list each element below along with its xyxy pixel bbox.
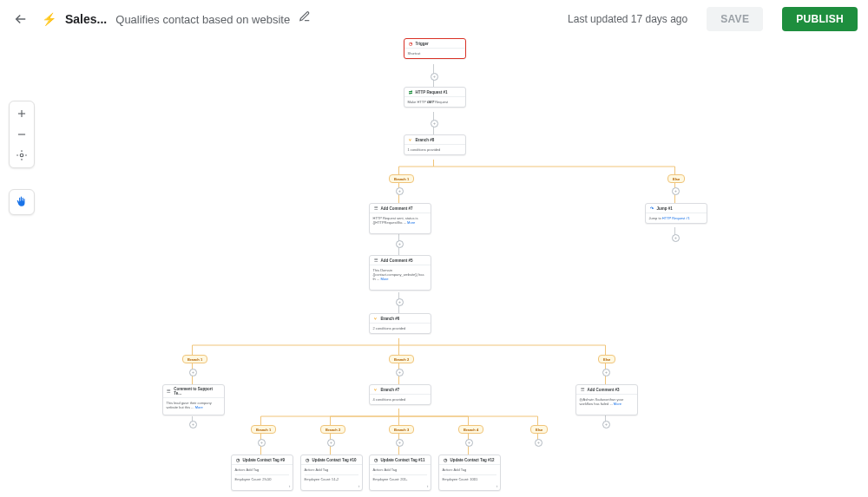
tag-icon: ◷ — [373, 457, 378, 462]
node-branch-6[interactable]: ⑂Branch #6 2 conditions provided — [369, 313, 431, 334]
branch-icon: ⑂ — [373, 387, 378, 392]
add-step-button[interactable] — [258, 439, 266, 447]
node-branch-7[interactable]: ⑂Branch #7 4 conditions provided — [369, 384, 431, 405]
node-update-contact-tag-11[interactable]: ◷Update Contact Tag #11 Action: Add TagE… — [369, 454, 431, 491]
zoom-in-button[interactable] — [13, 105, 30, 122]
node-body: Action: Add TagEmployee Count: 51-2 — [301, 464, 362, 484]
chevron-right-icon: › — [358, 483, 360, 488]
node-body: Action: Add TagEmployee Count: 29-50 — [232, 464, 293, 484]
node-title: Comment to Support Te... — [174, 387, 220, 396]
comment-icon: ☰ — [373, 258, 378, 263]
node-trigger[interactable]: ◷Trigger Shortcut — [404, 38, 466, 59]
node-title: Add Comment #5 — [381, 258, 413, 263]
jump-icon: ↷ — [649, 206, 654, 211]
canvas-toolbox — [9, 101, 35, 168]
add-step-button[interactable] — [672, 187, 680, 195]
node-update-contact-tag-12[interactable]: ◷Update Contact Tag #12 Action: Add TagE… — [438, 454, 501, 491]
node-support-comment[interactable]: ☰Comment to Support Te... This lead gave… — [162, 384, 225, 415]
branch-pill-b6-2[interactable]: Branch 2 — [389, 355, 414, 363]
save-button[interactable]: SAVE — [707, 7, 763, 31]
node-branch-8[interactable]: ⑂Branch #8 1 conditions provided — [404, 134, 466, 155]
node-title: Update Contact Tag #12 — [450, 458, 495, 462]
node-update-contact-tag-10[interactable]: ◷Update Contact Tag #10 Action: Add TagE… — [300, 454, 363, 491]
workflow-emoji: ⚡ — [42, 12, 56, 26]
node-body: 4 conditions provided — [370, 394, 431, 404]
workflow-canvas[interactable]: ◷Trigger Shortcut ⇄HTTP Request #1 Make … — [0, 38, 868, 497]
node-title: HTTP Request #1 — [416, 90, 448, 95]
node-title: Branch #6 — [381, 317, 400, 321]
add-step-button[interactable] — [396, 298, 404, 306]
publish-button[interactable]: PUBLISH — [782, 7, 858, 31]
node-body: Jump to HTTP Request #1 — [646, 213, 707, 223]
chevron-right-icon: › — [496, 483, 498, 488]
branch-pill-b7-else[interactable]: Else — [530, 425, 548, 434]
add-step-button[interactable] — [602, 421, 610, 428]
node-title: Branch #8 — [416, 138, 435, 142]
add-step-button[interactable] — [327, 439, 335, 447]
edit-name-button[interactable] — [299, 10, 316, 28]
add-step-button[interactable] — [189, 369, 197, 376]
branch-pill-b8-1[interactable]: Branch 1 — [389, 174, 414, 183]
branch-pill-b8-else[interactable]: Else — [667, 174, 685, 183]
node-body: @Ashwin Sadananthan your workflow has fa… — [576, 394, 637, 409]
last-updated-text: Last updated 17 days ago — [568, 13, 687, 25]
fit-view-button[interactable] — [13, 147, 30, 164]
node-http-request-1[interactable]: ⇄HTTP Request #1 Make HTTP GET Request — [404, 87, 466, 108]
node-body: Action: Add TagEmployee Count: 1001 — [439, 464, 500, 484]
node-body: Shortcut — [404, 48, 465, 58]
branch-icon: ⑂ — [373, 316, 378, 321]
node-title: Jump #1 — [657, 206, 673, 211]
add-step-button[interactable] — [672, 234, 680, 242]
workflow-name: Sales... — [65, 12, 107, 26]
node-title: Update Contact Tag #10 — [312, 458, 357, 462]
node-body: 1 conditions provided — [404, 144, 465, 154]
add-step-button[interactable] — [431, 120, 438, 128]
branch-pill-b7-4[interactable]: Branch 4 — [458, 425, 483, 434]
branch-pill-b6-else[interactable]: Else — [598, 355, 615, 363]
node-body: This Domain {{contact.company_website}} … — [370, 265, 431, 284]
pan-tool-button[interactable] — [9, 189, 35, 215]
node-title: Add Comment #7 — [381, 206, 413, 211]
add-step-button[interactable] — [465, 439, 473, 447]
chevron-right-icon: › — [427, 483, 429, 488]
node-update-contact-tag-9[interactable]: ◷Update Contact Tag #9 Action: Add TagEm… — [231, 454, 293, 491]
add-step-button[interactable] — [396, 439, 404, 447]
chevron-right-icon: › — [289, 483, 291, 488]
branch-pill-b7-3[interactable]: Branch 3 — [389, 425, 414, 434]
back-button[interactable] — [10, 9, 31, 29]
comment-icon: ☰ — [373, 206, 378, 211]
node-title: Trigger — [416, 42, 429, 46]
branch-pill-b7-1[interactable]: Branch 1 — [251, 425, 276, 434]
http-icon: ⇄ — [408, 89, 413, 95]
tag-icon: ◷ — [443, 457, 448, 462]
workflow-subtitle: Qualifies contact based on website — [115, 13, 290, 26]
add-step-button[interactable] — [396, 369, 404, 376]
zoom-out-button[interactable] — [13, 126, 30, 143]
node-title: Update Contact Tag #9 — [243, 458, 285, 462]
trigger-icon: ◷ — [408, 41, 413, 46]
node-body: 2 conditions provided — [370, 323, 431, 333]
branch-pill-b6-1[interactable]: Branch 1 — [182, 355, 207, 363]
node-body: This lead gave their company website but… — [163, 397, 224, 412]
node-jump-1[interactable]: ↷Jump #1 Jump to HTTP Request #1 — [645, 203, 707, 224]
add-step-button[interactable] — [535, 439, 542, 447]
branch-pill-b7-2[interactable]: Branch 2 — [320, 425, 345, 434]
add-step-button[interactable] — [396, 187, 404, 195]
comment-icon: ☰ — [580, 387, 585, 392]
svg-point-0 — [20, 154, 23, 157]
node-title: Update Contact Tag #11 — [381, 458, 425, 462]
branch-icon: ⑂ — [408, 137, 413, 142]
add-step-button[interactable] — [602, 369, 610, 376]
node-add-comment-7[interactable]: ☰Add Comment #7 HTTP Request sent, statu… — [369, 203, 431, 234]
node-add-comment-3[interactable]: ☰Add Comment #3 @Ashwin Sadananthan your… — [575, 384, 638, 415]
node-body: HTTP Request sent, status is {{HTTPReque… — [370, 213, 431, 227]
node-title: Branch #7 — [381, 388, 400, 392]
node-add-comment-5[interactable]: ☰Add Comment #5 This Domain {{contact.co… — [369, 255, 431, 291]
add-step-button[interactable] — [396, 240, 404, 248]
add-step-button[interactable] — [189, 421, 197, 428]
tag-icon: ◷ — [235, 457, 240, 462]
tag-icon: ◷ — [305, 457, 310, 462]
node-body: Action: Add TagEmployee Count: 201- — [370, 464, 431, 484]
add-step-button[interactable] — [431, 73, 438, 81]
node-title: Add Comment #3 — [588, 388, 620, 392]
